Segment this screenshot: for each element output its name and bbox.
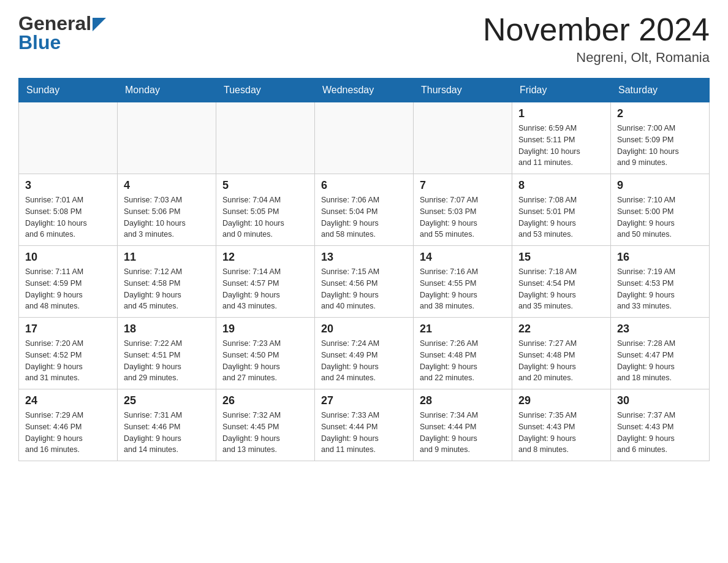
day-info: Sunrise: 7:01 AM Sunset: 5:08 PM Dayligh…: [25, 194, 111, 240]
day-info: Sunrise: 7:10 AM Sunset: 5:00 PM Dayligh…: [617, 194, 703, 240]
day-number: 17: [25, 323, 111, 335]
day-number: 14: [420, 251, 506, 264]
calendar-cell: 2Sunrise: 7:00 AM Sunset: 5:09 PM Daylig…: [611, 102, 710, 174]
calendar-cell: [216, 102, 315, 174]
calendar-header-monday: Monday: [118, 79, 216, 102]
day-number: 11: [124, 251, 210, 264]
day-info: Sunrise: 7:04 AM Sunset: 5:05 PM Dayligh…: [222, 194, 308, 240]
calendar-cell: 1Sunrise: 6:59 AM Sunset: 5:11 PM Daylig…: [512, 102, 611, 174]
calendar-cell: 16Sunrise: 7:19 AM Sunset: 4:53 PM Dayli…: [611, 246, 710, 318]
calendar-cell: 14Sunrise: 7:16 AM Sunset: 4:55 PM Dayli…: [414, 246, 512, 318]
day-info: Sunrise: 7:34 AM Sunset: 4:44 PM Dayligh…: [420, 410, 506, 456]
calendar-cell: [19, 102, 118, 174]
calendar-cell: 22Sunrise: 7:27 AM Sunset: 4:48 PM Dayli…: [512, 318, 611, 389]
day-number: 24: [25, 394, 111, 407]
day-info: Sunrise: 6:59 AM Sunset: 5:11 PM Dayligh…: [518, 123, 604, 169]
day-number: 10: [25, 251, 111, 264]
calendar-cell: 21Sunrise: 7:26 AM Sunset: 4:48 PM Dayli…: [414, 318, 512, 389]
day-info: Sunrise: 7:37 AM Sunset: 4:43 PM Dayligh…: [617, 410, 703, 456]
day-number: 15: [518, 251, 604, 264]
calendar-cell: 11Sunrise: 7:12 AM Sunset: 4:58 PM Dayli…: [118, 246, 216, 318]
calendar-cell: 3Sunrise: 7:01 AM Sunset: 5:08 PM Daylig…: [19, 174, 118, 246]
day-info: Sunrise: 7:06 AM Sunset: 5:04 PM Dayligh…: [321, 194, 407, 240]
day-number: 30: [617, 394, 703, 407]
calendar-cell: 24Sunrise: 7:29 AM Sunset: 4:46 PM Dayli…: [19, 389, 118, 461]
calendar-cell: [315, 102, 414, 174]
day-number: 25: [124, 394, 210, 407]
calendar-cell: 5Sunrise: 7:04 AM Sunset: 5:05 PM Daylig…: [216, 174, 315, 246]
calendar-header-wednesday: Wednesday: [315, 79, 414, 102]
day-info: Sunrise: 7:26 AM Sunset: 4:48 PM Dayligh…: [420, 338, 506, 384]
day-number: 5: [222, 179, 308, 192]
calendar-cell: 12Sunrise: 7:14 AM Sunset: 4:57 PM Dayli…: [216, 246, 315, 318]
calendar-cell: 19Sunrise: 7:23 AM Sunset: 4:50 PM Dayli…: [216, 318, 315, 389]
day-info: Sunrise: 7:27 AM Sunset: 4:48 PM Dayligh…: [518, 338, 604, 384]
day-number: 29: [518, 394, 604, 407]
day-info: Sunrise: 7:07 AM Sunset: 5:03 PM Dayligh…: [420, 194, 506, 240]
calendar-table: SundayMondayTuesdayWednesdayThursdayFrid…: [18, 78, 710, 461]
day-number: 6: [321, 179, 407, 192]
day-info: Sunrise: 7:24 AM Sunset: 4:49 PM Dayligh…: [321, 338, 407, 384]
day-info: Sunrise: 7:22 AM Sunset: 4:51 PM Dayligh…: [124, 338, 210, 384]
calendar-week-row: 1Sunrise: 6:59 AM Sunset: 5:11 PM Daylig…: [19, 102, 710, 174]
calendar-cell: 10Sunrise: 7:11 AM Sunset: 4:59 PM Dayli…: [19, 246, 118, 318]
logo-blue: Blue: [18, 31, 61, 54]
calendar-header-saturday: Saturday: [611, 79, 710, 102]
calendar-cell: 26Sunrise: 7:32 AM Sunset: 4:45 PM Dayli…: [216, 389, 315, 461]
day-info: Sunrise: 7:29 AM Sunset: 4:46 PM Dayligh…: [25, 410, 111, 456]
calendar-cell: 15Sunrise: 7:18 AM Sunset: 4:54 PM Dayli…: [512, 246, 611, 318]
day-number: 4: [124, 179, 210, 192]
day-number: 20: [321, 323, 407, 335]
day-number: 16: [617, 251, 703, 264]
day-number: 2: [617, 107, 703, 120]
page-header: General Blue November 2024 Negreni, Olt,…: [18, 12, 710, 66]
day-info: Sunrise: 7:11 AM Sunset: 4:59 PM Dayligh…: [25, 266, 111, 312]
calendar-cell: 25Sunrise: 7:31 AM Sunset: 4:46 PM Dayli…: [118, 389, 216, 461]
calendar-cell: 7Sunrise: 7:07 AM Sunset: 5:03 PM Daylig…: [414, 174, 512, 246]
title-area: November 2024 Negreni, Olt, Romania: [483, 12, 710, 66]
calendar-cell: [414, 102, 512, 174]
calendar-week-row: 24Sunrise: 7:29 AM Sunset: 4:46 PM Dayli…: [19, 389, 710, 461]
day-info: Sunrise: 7:14 AM Sunset: 4:57 PM Dayligh…: [222, 266, 308, 312]
calendar-cell: 6Sunrise: 7:06 AM Sunset: 5:04 PM Daylig…: [315, 174, 414, 246]
calendar-cell: [118, 102, 216, 174]
calendar-header-tuesday: Tuesday: [216, 79, 315, 102]
calendar-cell: 28Sunrise: 7:34 AM Sunset: 4:44 PM Dayli…: [414, 389, 512, 461]
calendar-header-thursday: Thursday: [414, 79, 512, 102]
calendar-cell: 8Sunrise: 7:08 AM Sunset: 5:01 PM Daylig…: [512, 174, 611, 246]
day-info: Sunrise: 7:19 AM Sunset: 4:53 PM Dayligh…: [617, 266, 703, 312]
day-number: 12: [222, 251, 308, 264]
day-info: Sunrise: 7:35 AM Sunset: 4:43 PM Dayligh…: [518, 410, 604, 456]
day-info: Sunrise: 7:33 AM Sunset: 4:44 PM Dayligh…: [321, 410, 407, 456]
day-number: 18: [124, 323, 210, 335]
calendar-cell: 4Sunrise: 7:03 AM Sunset: 5:06 PM Daylig…: [118, 174, 216, 246]
day-info: Sunrise: 7:08 AM Sunset: 5:01 PM Dayligh…: [518, 194, 604, 240]
day-number: 19: [222, 323, 308, 335]
calendar-cell: 9Sunrise: 7:10 AM Sunset: 5:00 PM Daylig…: [611, 174, 710, 246]
day-number: 21: [420, 323, 506, 335]
calendar-header-row: SundayMondayTuesdayWednesdayThursdayFrid…: [19, 79, 710, 102]
day-info: Sunrise: 7:32 AM Sunset: 4:45 PM Dayligh…: [222, 410, 308, 456]
calendar-week-row: 3Sunrise: 7:01 AM Sunset: 5:08 PM Daylig…: [19, 174, 710, 246]
day-info: Sunrise: 7:18 AM Sunset: 4:54 PM Dayligh…: [518, 266, 604, 312]
day-number: 27: [321, 394, 407, 407]
day-info: Sunrise: 7:20 AM Sunset: 4:52 PM Dayligh…: [25, 338, 111, 384]
logo-arrow-icon: [93, 18, 106, 31]
calendar-cell: 17Sunrise: 7:20 AM Sunset: 4:52 PM Dayli…: [19, 318, 118, 389]
calendar-cell: 23Sunrise: 7:28 AM Sunset: 4:47 PM Dayli…: [611, 318, 710, 389]
day-info: Sunrise: 7:31 AM Sunset: 4:46 PM Dayligh…: [124, 410, 210, 456]
day-info: Sunrise: 7:03 AM Sunset: 5:06 PM Dayligh…: [124, 194, 210, 240]
day-info: Sunrise: 7:00 AM Sunset: 5:09 PM Dayligh…: [617, 123, 703, 169]
day-number: 3: [25, 179, 111, 192]
day-number: 28: [420, 394, 506, 407]
calendar-week-row: 17Sunrise: 7:20 AM Sunset: 4:52 PM Dayli…: [19, 318, 710, 389]
month-title: November 2024: [483, 12, 710, 47]
calendar-cell: 29Sunrise: 7:35 AM Sunset: 4:43 PM Dayli…: [512, 389, 611, 461]
day-number: 26: [222, 394, 308, 407]
day-info: Sunrise: 7:12 AM Sunset: 4:58 PM Dayligh…: [124, 266, 210, 312]
calendar-cell: 27Sunrise: 7:33 AM Sunset: 4:44 PM Dayli…: [315, 389, 414, 461]
calendar-cell: 13Sunrise: 7:15 AM Sunset: 4:56 PM Dayli…: [315, 246, 414, 318]
calendar-header-sunday: Sunday: [19, 79, 118, 102]
day-info: Sunrise: 7:15 AM Sunset: 4:56 PM Dayligh…: [321, 266, 407, 312]
day-number: 22: [518, 323, 604, 335]
